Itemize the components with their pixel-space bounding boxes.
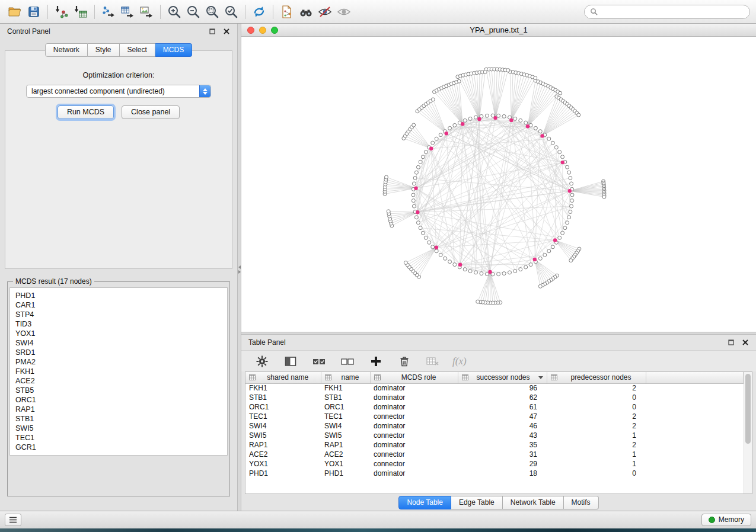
table-row[interactable]: SWI5SWI5connector431: [245, 431, 744, 440]
mcds-list-item[interactable]: PMA2: [15, 357, 222, 367]
delete-table-button[interactable]: [424, 352, 442, 370]
mcds-list-item[interactable]: TID3: [15, 319, 222, 329]
toolbar-search[interactable]: [584, 5, 750, 19]
zoom-selected-button[interactable]: [222, 3, 240, 21]
zoom-fit-button[interactable]: [203, 3, 221, 21]
toolbar-separator: [94, 5, 95, 19]
mcds-list-item[interactable]: ACE2: [15, 376, 222, 386]
tab-style[interactable]: Style: [88, 43, 120, 57]
table-row[interactable]: STB1STB1dominator620: [245, 393, 744, 402]
table-settings-button[interactable]: [253, 352, 271, 370]
vertical-splitter[interactable]: [237, 24, 241, 511]
export-document-button[interactable]: [278, 3, 296, 21]
mcds-list-item[interactable]: TEC1: [15, 433, 222, 443]
table-cell: [646, 450, 744, 459]
close-table-panel-button[interactable]: [742, 339, 749, 346]
mcds-list-item[interactable]: SWI5: [15, 424, 222, 433]
mcds-list-item[interactable]: RAP1: [15, 405, 222, 414]
column-header-predecessor-nodes[interactable]: predecessor nodes: [547, 372, 646, 383]
table-row[interactable]: FKH1FKH1dominator962: [245, 383, 744, 393]
window-maximize-button[interactable]: [271, 27, 278, 34]
show-all-button[interactable]: [335, 3, 353, 21]
window-list-button[interactable]: [5, 514, 21, 526]
first-neighbors-button[interactable]: [297, 3, 315, 21]
show-columns-button[interactable]: [282, 352, 299, 370]
export-table-button[interactable]: [119, 3, 136, 21]
table-row[interactable]: PHD1PHD1dominator180: [245, 469, 744, 478]
mcds-list-item[interactable]: PHD1: [15, 291, 222, 300]
table-row[interactable]: RAP1RAP1dominator352: [245, 440, 744, 450]
mcds-result-list[interactable]: PHD1CAR1STP4TID3YOX1SWI4SRD1PMA2FKH1ACE2…: [9, 287, 228, 456]
mcds-list-item[interactable]: ORC1: [15, 395, 222, 405]
refresh-button[interactable]: [250, 3, 268, 21]
table-cell: [646, 459, 744, 469]
table-cell: 0: [547, 469, 646, 478]
table-row[interactable]: ACE2ACE2connector311: [245, 450, 744, 459]
table-cell: PHD1: [321, 469, 370, 478]
export-network-button[interactable]: [100, 3, 117, 21]
memory-button[interactable]: Memory: [701, 514, 751, 526]
close-panel-button[interactable]: [223, 28, 230, 35]
function-builder-button[interactable]: f(x): [452, 355, 467, 367]
table-cell: 35: [458, 440, 547, 450]
table-row[interactable]: SWI4SWI4dominator462: [245, 421, 744, 431]
tab-motifs[interactable]: Motifs: [564, 496, 599, 509]
columns-icon: [285, 355, 296, 367]
network-window-titlebar[interactable]: YPA_prune.txt_1: [241, 24, 756, 37]
delete-column-button[interactable]: [395, 352, 413, 370]
float-table-panel-button[interactable]: [728, 339, 735, 346]
search-input[interactable]: [601, 8, 744, 16]
column-header-successor-nodes[interactable]: successor nodes: [458, 372, 547, 383]
table-cell: 2: [547, 412, 646, 421]
mcds-list-item[interactable]: SWI4: [15, 338, 222, 348]
import-table-button[interactable]: [72, 3, 90, 21]
table-row[interactable]: TEC1TEC1connector472: [245, 412, 744, 421]
mcds-list-item[interactable]: FKH1: [15, 367, 222, 376]
import-network-button[interactable]: [53, 3, 71, 21]
criterion-select[interactable]: largest connected component (undirected): [26, 85, 211, 98]
table-cell: 1: [547, 450, 646, 459]
table-panel-header: Table Panel: [241, 335, 756, 350]
zoom-out-button[interactable]: [184, 3, 202, 21]
mcds-list-item[interactable]: CAR1: [15, 300, 222, 310]
zoom-selected-icon: [224, 4, 239, 20]
export-image-button[interactable]: [138, 3, 155, 21]
splitter-collapse-arrows[interactable]: [238, 265, 241, 274]
column-header-name[interactable]: name: [321, 372, 370, 383]
open-session-button[interactable]: [6, 3, 24, 21]
table-vertical-scrollbar[interactable]: [744, 372, 752, 493]
table-cell: 0: [547, 393, 646, 402]
mcds-list-item[interactable]: STB1: [15, 414, 222, 424]
table-cell: STB1: [245, 393, 321, 402]
scrollbar-thumb[interactable]: [745, 374, 751, 444]
tab-mcds[interactable]: MCDS: [155, 43, 192, 57]
tab-node-table[interactable]: Node Table: [398, 496, 451, 509]
column-header-mcds-role[interactable]: MCDS role: [370, 372, 458, 383]
table-cell: 29: [458, 459, 547, 469]
mcds-list-item[interactable]: YOX1: [15, 329, 222, 338]
mcds-list-item[interactable]: STB5: [15, 386, 222, 395]
create-column-button[interactable]: [367, 352, 385, 370]
hide-selected-button[interactable]: [316, 3, 334, 21]
mcds-list-item[interactable]: GCR1: [15, 443, 222, 452]
column-header-shared-name[interactable]: shared name: [245, 372, 321, 383]
table-row[interactable]: YOX1YOX1connector291: [245, 459, 744, 469]
window-minimize-button[interactable]: [259, 27, 266, 34]
zoom-in-button[interactable]: [165, 3, 183, 21]
run-mcds-button[interactable]: Run MCDS: [58, 105, 114, 119]
window-close-button[interactable]: [247, 27, 254, 34]
tab-edge-table[interactable]: Edge Table: [451, 496, 503, 509]
mcds-list-item[interactable]: STP4: [15, 310, 222, 319]
tab-network[interactable]: Network: [45, 43, 88, 57]
deselect-all-columns-button[interactable]: [339, 352, 356, 370]
export-document-icon: [280, 5, 294, 19]
save-session-button[interactable]: [25, 3, 43, 21]
tab-network-table[interactable]: Network Table: [503, 496, 564, 509]
select-all-columns-button[interactable]: [310, 352, 328, 370]
mcds-list-item[interactable]: SRD1: [15, 348, 222, 357]
table-row[interactable]: ORC1ORC1dominator610: [245, 402, 744, 412]
tab-select[interactable]: Select: [120, 43, 155, 57]
float-panel-button[interactable]: [209, 28, 216, 35]
network-canvas[interactable]: [241, 37, 755, 331]
close-panel-action-button[interactable]: Close panel: [122, 105, 180, 119]
